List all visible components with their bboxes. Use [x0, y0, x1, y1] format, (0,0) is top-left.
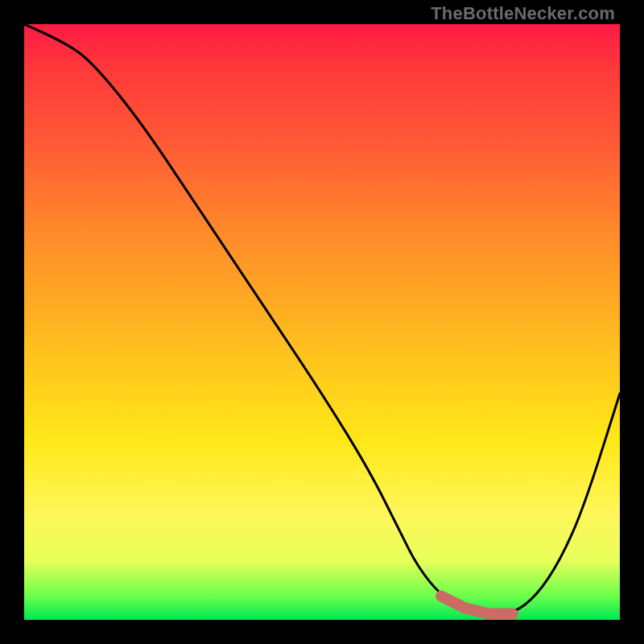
watermark-text: TheBottleNecker.com [431, 3, 615, 24]
chart-frame [24, 24, 620, 620]
chart-background-gradient [24, 24, 620, 620]
